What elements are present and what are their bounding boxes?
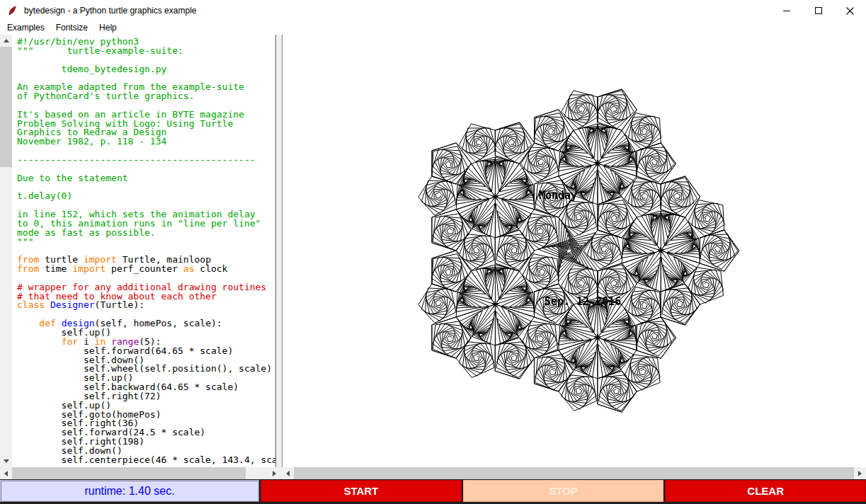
code-line: November 1982, p. 118 - 134 [17,137,275,147]
app-window: bytedesign - a Python turtle graphics ex… [0,0,866,504]
code-token: mode as fast as possible. [17,227,156,238]
editor-hscroll-thumb[interactable] [12,467,246,479]
code-line: mode as fast as possible. [17,229,275,238]
clear-button[interactable]: CLEAR [665,480,866,502]
scroll-up-button[interactable] [0,35,12,47]
code-token: November 1982, p. 118 - 134 [17,136,166,147]
code-line: t.delay(0) [17,192,275,201]
code-line: ----------------------------------------… [17,156,275,165]
scroll-left-icon [4,471,8,476]
hscroll-row [0,467,866,479]
scroll-right-button[interactable] [268,467,280,479]
code-token: time [39,263,72,274]
titlebar[interactable]: bytedesign - a Python turtle graphics ex… [0,0,866,21]
bottom-bar: runtime: 1.40 sec. START STOP CLEAR [0,479,866,504]
start-button[interactable]: START [261,480,462,502]
code-token: of PythonCard's turtle graphics. [17,91,194,101]
scroll-up-icon [4,39,9,42]
code-line: Due to the statement [17,174,275,183]
minimize-icon [783,11,790,11]
code-token: Designer [50,299,95,310]
code-token: """ [17,236,33,247]
menu-examples[interactable]: Examples [1,21,50,35]
code-line: tdemo_bytedesign.py [17,65,275,74]
code-line: class Designer(Turtle): [17,301,275,310]
code-line: self.centerpiece(46 * scale, 143.4, scal… [17,456,275,465]
canvas-hscroll-thumb[interactable] [294,467,854,479]
code-token: perf_counter [106,263,183,274]
code-line: """ turtle-example-suite: [17,47,275,56]
maximize-icon [815,7,822,14]
window-controls [770,0,866,21]
pane-sash[interactable] [276,35,282,467]
code-token: import [72,263,106,274]
scroll-right-icon [273,471,276,476]
menu-help[interactable]: Help [93,21,123,35]
stop-button: STOP [463,480,664,502]
window-title: bytedesign - a Python turtle graphics ex… [24,6,196,16]
code-area[interactable]: #!/usr/bin/env python3""" turtle-example… [12,35,276,467]
minimize-button[interactable] [770,0,802,21]
scroll-down-icon [4,459,9,463]
menu-fontsize[interactable]: Fontsize [50,21,93,35]
close-icon [846,7,854,15]
maximize-button[interactable] [802,0,834,21]
editor-horizontal-scrollbar[interactable] [0,467,280,479]
code-token: self.centerpiece(46 * scale, 143.4, scal… [17,454,276,465]
code-token: class [17,299,45,310]
code-token: ----------------------------------------… [17,154,256,165]
code-token: t.delay(0) [17,190,72,201]
canvas-horizontal-scrollbar[interactable] [282,467,866,479]
graphics-pane [282,35,866,467]
code-token: (self, homePos, scale): [95,318,222,328]
main-area: #!/usr/bin/env python3""" turtle-example… [0,35,866,467]
scroll-left-icon [286,471,290,476]
editor-vertical-scrollbar[interactable] [0,35,12,467]
code-token: from [17,263,39,274]
app-icon [7,5,18,16]
scroll-right-icon [858,471,862,476]
code-token: Due to the statement [17,173,128,183]
code-token: (Turtle): [95,299,144,310]
vertical-scroll-thumb[interactable] [0,47,12,167]
close-button[interactable] [834,0,866,21]
code-token: clock [194,263,227,274]
code-line: from time import perf_counter as clock [17,265,275,274]
turtle-canvas[interactable] [283,35,866,467]
code-token: as [183,263,195,274]
code-token: tdemo_bytedesign.py [17,64,166,74]
code-token [45,299,50,310]
scroll-left-button[interactable] [0,467,12,479]
code-line: of PythonCard's turtle graphics. [17,92,275,101]
scroll-down-button[interactable] [0,455,12,467]
scroll-left-button[interactable] [282,467,294,479]
menubar: Examples Fontsize Help [0,21,866,35]
code-token: """ turtle-example-suite: [17,45,183,56]
scroll-right-button[interactable] [854,467,866,479]
code-line: """ [17,238,275,247]
runtime-status-label: runtime: 1.40 sec. [0,480,259,502]
